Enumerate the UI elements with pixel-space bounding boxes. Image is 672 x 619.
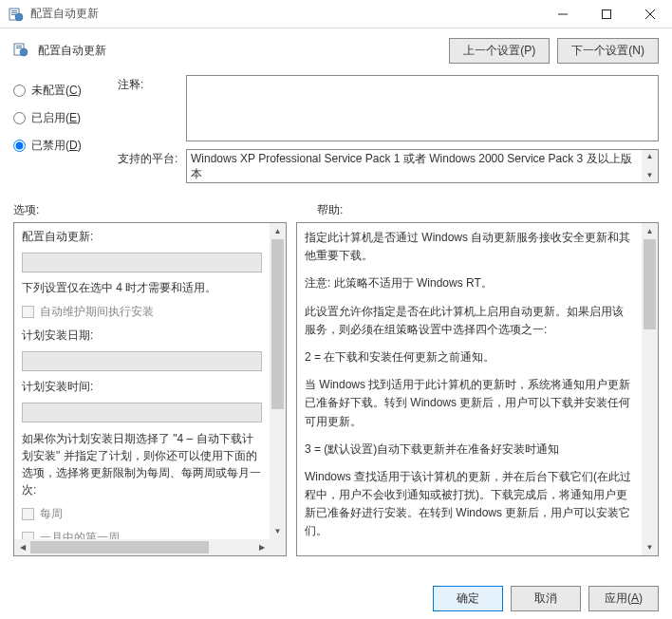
radio-disabled[interactable]: 已禁用(D) <box>13 138 118 154</box>
platform-scrollbar[interactable]: ▲ ▼ <box>642 150 658 182</box>
scroll-down-icon[interactable]: ▼ <box>646 171 654 180</box>
window-title: 配置自动更新 <box>27 6 541 22</box>
policy-icon <box>13 42 32 60</box>
ok-button[interactable]: 确定 <box>433 586 503 611</box>
config-area: 未配置(C) 已启用(E) 已禁用(D) 注释: 支持的平台: Windows … <box>0 69 672 195</box>
chk-maintenance[interactable]: 自动维护期间执行安装 <box>22 304 262 320</box>
checkbox-icon <box>22 306 34 318</box>
svg-rect-10 <box>16 46 22 47</box>
install-time-dropdown[interactable] <box>22 403 262 422</box>
options-hscrollbar[interactable]: ◀ ▶ <box>14 539 270 555</box>
scroll-down-icon[interactable]: ▼ <box>642 539 658 555</box>
svg-rect-2 <box>11 12 17 13</box>
radio-enabled[interactable]: 已启用(E) <box>13 110 118 126</box>
platform-box: Windows XP Professional Service Pack 1 或… <box>186 149 659 183</box>
configure-dropdown[interactable] <box>22 253 262 272</box>
platform-label: 支持的平台: <box>118 149 186 183</box>
header: 配置自动更新 上一个设置(P) 下一个设置(N) <box>0 28 672 69</box>
svg-point-12 <box>20 48 28 56</box>
help-panel: 指定此计算机是否通过 Windows 自动更新服务接收安全更新和其他重要下载。 … <box>296 222 659 556</box>
next-setting-button[interactable]: 下一个设置(N) <box>557 38 659 64</box>
svg-point-4 <box>15 13 23 21</box>
chk-first-week[interactable]: 一月中的第一周 <box>22 530 262 539</box>
scroll-down-icon[interactable]: ▼ <box>270 523 286 539</box>
comment-input[interactable] <box>186 75 659 141</box>
help-vscrollbar[interactable]: ▲ ▼ <box>642 223 658 555</box>
install-day-dropdown[interactable] <box>22 351 262 371</box>
page-title: 配置自动更新 <box>38 43 449 59</box>
state-radios: 未配置(C) 已启用(E) 已禁用(D) <box>13 75 118 191</box>
install-time-label: 计划安装时间: <box>22 379 262 395</box>
options-vscrollbar[interactable]: ▲ ▼ <box>270 223 286 539</box>
cancel-button[interactable]: 取消 <box>511 586 581 611</box>
maximize-button[interactable] <box>585 0 628 28</box>
install-explain: 如果你为计划安装日期选择了 "4 – 自动下载计划安装" 并指定了计划，则你还可… <box>22 430 262 498</box>
minimize-button[interactable] <box>541 0 585 28</box>
svg-rect-6 <box>603 9 611 18</box>
option-header: 配置自动更新: <box>22 229 262 245</box>
svg-rect-11 <box>16 47 22 48</box>
options-panel: 配置自动更新: 下列设置仅在选中 4 时才需要和适用。 自动维护期间执行安装 计… <box>13 222 287 556</box>
chk-weekly[interactable]: 每周 <box>22 506 262 522</box>
checkbox-icon <box>22 532 34 539</box>
platform-text: Windows XP Professional Service Pack 1 或… <box>191 152 632 180</box>
install-day-label: 计划安装日期: <box>22 328 262 344</box>
options-label: 选项: <box>13 202 298 218</box>
dialog-footer: 确定 取消 应用(A) <box>433 586 659 611</box>
radio-not-configured[interactable]: 未配置(C) <box>13 83 118 99</box>
previous-setting-button[interactable]: 上一个设置(P) <box>449 38 550 64</box>
title-bar: 配置自动更新 <box>0 0 672 28</box>
option-note: 下列设置仅在选中 4 时才需要和适用。 <box>22 280 262 296</box>
scroll-corner <box>270 539 286 555</box>
checkbox-icon <box>22 508 34 520</box>
help-label: 帮助: <box>317 202 343 218</box>
app-icon <box>6 7 27 22</box>
svg-rect-1 <box>11 10 17 11</box>
close-button[interactable] <box>628 0 672 28</box>
scroll-up-icon[interactable]: ▲ <box>646 152 654 161</box>
comment-label: 注释: <box>118 75 186 141</box>
scroll-up-icon[interactable]: ▲ <box>642 223 658 239</box>
scroll-left-icon[interactable]: ◀ <box>14 539 30 555</box>
scroll-up-icon[interactable]: ▲ <box>270 223 286 239</box>
scroll-right-icon[interactable]: ▶ <box>253 539 270 555</box>
help-text: 指定此计算机是否通过 Windows 自动更新服务接收安全更新和其他重要下载。 … <box>297 223 642 555</box>
apply-button[interactable]: 应用(A) <box>588 586 659 611</box>
